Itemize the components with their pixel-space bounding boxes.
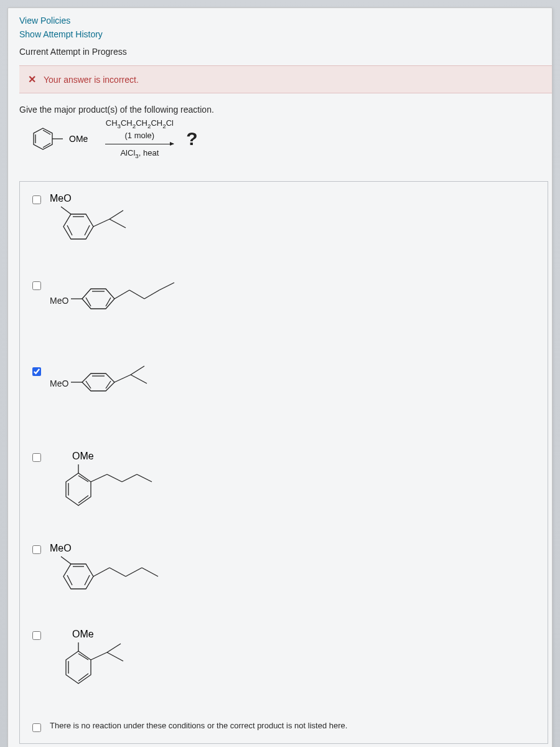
svg-line-44 [93,568,110,576]
svg-line-12 [110,210,123,219]
svg-line-47 [142,568,158,576]
option-3-label: MeO [50,378,68,388]
option-6[interactable]: OMe [32,629,535,703]
svg-marker-49 [66,651,91,684]
svg-line-46 [126,568,142,576]
svg-line-45 [110,568,126,576]
svg-line-35 [91,474,107,482]
option-4-structure: OMe [50,451,174,525]
option-1-checkbox[interactable] [32,195,41,204]
option-6-label: OMe [72,629,94,640]
answer-options: MeO MeO [19,181,548,744]
question-prompt: Give the major product(s) of the followi… [19,105,541,115]
option-2[interactable]: MeO [32,279,535,347]
reaction-arrow-icon [105,144,174,144]
option-2-checkbox[interactable] [32,281,41,290]
svg-line-54 [107,652,123,661]
svg-line-18 [114,290,129,299]
svg-line-17 [86,298,91,306]
svg-line-36 [107,474,122,482]
question-page: View Policies Show Attempt History Curre… [7,7,553,747]
option-4-checkbox[interactable] [32,453,41,462]
no-reaction-label: There is no reaction under these conditi… [50,721,347,730]
svg-line-26 [86,381,91,388]
option-6-structure: OMe [50,629,174,703]
svg-line-37 [122,474,137,482]
svg-marker-31 [66,473,91,505]
option-3[interactable]: MeO [32,365,535,433]
attempt-status: Current Attempt in Progress [8,47,552,65]
option-5[interactable]: MeO [32,543,535,611]
svg-line-11 [110,219,126,228]
option-4[interactable]: OMe [32,451,535,525]
svg-line-29 [131,366,144,375]
svg-line-55 [107,644,121,652]
svg-line-28 [131,375,147,383]
svg-line-5 [61,207,71,214]
starting-label: OMe [69,134,88,144]
option-no-reaction[interactable]: There is no reaction under these conditi… [32,721,535,732]
svg-line-20 [144,290,159,299]
reagent-column: CH3CH2CH2CH2Cl (1 mole) AlCl3, heat [105,118,174,159]
question-block: Give the major product(s) of the followi… [8,105,552,170]
svg-line-53 [91,652,107,660]
view-policies-link[interactable]: View Policies [19,16,541,26]
svg-line-38 [137,474,152,482]
svg-line-25 [106,381,111,388]
svg-line-16 [106,298,111,306]
x-icon: ✕ [28,73,36,85]
option-2-structure: MeO [50,279,213,322]
reagent-top: CH3CH2CH2CH2Cl [106,118,174,129]
show-attempt-history-link[interactable]: Show Attempt History [19,29,541,39]
reagent-bottom: AlCl3, heat [120,148,159,159]
reagent-mid: (1 mole) [125,131,155,140]
option-5-structure: MeO [50,543,187,611]
svg-line-19 [129,290,144,299]
option-1[interactable]: MeO [32,193,535,261]
incorrect-alert: ✕ Your answer is incorrect. [19,65,552,93]
alert-text: Your answer is incorrect. [44,75,139,85]
option-3-structure: MeO [50,365,200,402]
svg-line-39 [61,557,71,564]
header-links: View Policies Show Attempt History [8,8,552,47]
option-6-checkbox[interactable] [32,631,41,640]
option-no-reaction-checkbox[interactable] [32,723,41,732]
option-1-label: MeO [50,193,72,204]
svg-line-27 [114,375,131,382]
svg-marker-0 [34,128,52,149]
option-5-label: MeO [50,543,72,554]
option-1-structure: MeO [50,193,174,261]
option-4-label: OMe [72,451,94,462]
svg-line-2 [43,130,50,134]
svg-line-10 [93,219,110,227]
product-question-mark: ? [186,128,197,149]
option-3-checkbox[interactable] [32,367,41,376]
svg-line-21 [159,283,174,290]
option-5-checkbox[interactable] [32,545,41,554]
option-2-label: MeO [50,296,68,306]
reaction-scheme: OMe CH3CH2CH2CH2Cl (1 mole) AlCl3, heat … [32,118,541,159]
svg-line-3 [43,143,50,148]
